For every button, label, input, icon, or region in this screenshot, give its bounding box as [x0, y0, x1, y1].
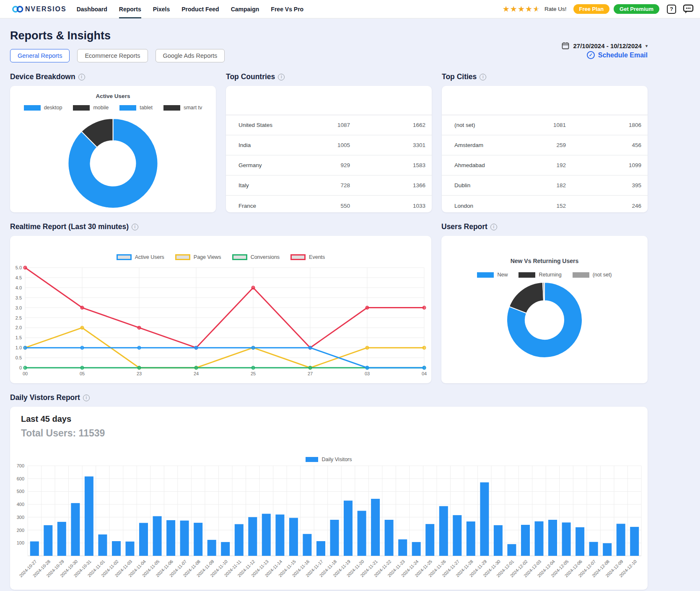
top-cities-heading: Top Cities	[442, 72, 648, 81]
rate-us-label[interactable]: Rate Us!	[544, 6, 567, 12]
svg-text:400: 400	[17, 502, 24, 507]
top-countries-card: United States 1087 1662 India 1005 3301 …	[226, 86, 432, 212]
row-value-2: 1099	[566, 162, 641, 168]
svg-text:24: 24	[194, 371, 199, 376]
top-cities-table: (not set) 1081 1806 Amsterdam 259 456 Ah…	[442, 115, 648, 216]
svg-text:500: 500	[17, 489, 24, 494]
get-premium-button[interactable]: Get Premium	[614, 4, 659, 14]
row-value-1: 550	[291, 203, 350, 209]
info-icon[interactable]	[278, 74, 285, 80]
info-icon[interactable]	[78, 74, 85, 80]
row-value-2: 395	[566, 182, 641, 188]
info-icon[interactable]	[132, 224, 138, 230]
row-label: (not set)	[454, 122, 507, 128]
row-label: United States	[239, 122, 291, 128]
help-icon[interactable]	[667, 5, 676, 14]
device-breakdown-section: Device Breakdown Active Users desktop mo…	[10, 72, 216, 212]
svg-text:4.5: 4.5	[16, 275, 22, 280]
row-value-2: 1583	[350, 162, 425, 168]
date-range-picker[interactable]: 27/10/2024 - 10/12/2024 ▾	[562, 42, 648, 49]
svg-text:23: 23	[137, 371, 142, 376]
info-icon[interactable]	[480, 74, 486, 80]
device-breakdown-heading: Device Breakdown	[10, 72, 216, 81]
check-circle-icon	[587, 51, 595, 59]
table-row: Amsterdam 259 456	[442, 135, 648, 155]
realtime-card: Active Users Page Views Conversions Even…	[10, 236, 431, 383]
row-value-2: 3301	[350, 142, 425, 148]
realtime-section: Realtime Report (Last 30 minutes) Active…	[10, 222, 431, 383]
info-icon[interactable]	[83, 395, 90, 401]
report-tabs: General Reports Ecommerce Reports Google…	[10, 49, 690, 62]
table-row: France 550 1033	[226, 196, 432, 216]
svg-text:04: 04	[422, 371, 427, 376]
nav-item-product-feed[interactable]: Product Feed	[181, 0, 219, 18]
realtime-line-chart: 00.51.01.52.02.53.03.54.04.55.0000523242…	[10, 236, 431, 385]
nav-item-campaign[interactable]: Campaign	[231, 0, 259, 18]
top-nav: NVERSIOS Dashboard Reports Pixels Produc…	[0, 0, 700, 18]
nav-item-dashboard[interactable]: Dashboard	[77, 0, 107, 18]
tab-ecommerce-reports[interactable]: Ecommerce Reports	[77, 49, 148, 62]
table-row: Germany 929 1583	[226, 155, 432, 175]
top-cities-section: Top Cities (not set) 1081 1806 Amsterdam…	[442, 72, 648, 212]
svg-text:1.5: 1.5	[16, 335, 22, 340]
row-value-1: 182	[507, 182, 566, 188]
svg-text:1.0: 1.0	[16, 345, 22, 350]
schedule-email-button[interactable]: Schedule Email	[587, 51, 648, 59]
table-header-blank	[442, 86, 648, 115]
users-report-title: Users Report	[441, 222, 487, 231]
table-row: United States 1087 1662	[226, 115, 432, 135]
row-value-1: 1087	[291, 122, 350, 128]
rating-stars-icon[interactable]	[503, 4, 540, 14]
svg-text:3.5: 3.5	[16, 295, 22, 300]
row-value-1: 152	[507, 203, 566, 209]
device-donut-chart	[10, 86, 216, 214]
row-value-2: 246	[566, 203, 641, 209]
tab-google-ads-reports[interactable]: Google Ads Reports	[156, 49, 225, 62]
table-row: Dublin 182 395	[442, 175, 648, 196]
users-report-section: Users Report New Vs Returning Users New …	[441, 222, 648, 383]
svg-text:600: 600	[17, 476, 24, 481]
row-value-1: 1081	[507, 122, 566, 128]
daily-visitors-card: Last 45 days Total Users: 11539 Daily Vi…	[10, 407, 648, 590]
page-title: Reports & Insights	[10, 29, 690, 42]
logo-text: NVERSIOS	[25, 5, 67, 13]
row-value-2: 1033	[350, 203, 425, 209]
realtime-title: Realtime Report (Last 30 minutes)	[10, 222, 129, 231]
nav-right: Rate Us! Free Plan Get Premium	[503, 4, 694, 14]
tab-general-reports[interactable]: General Reports	[10, 49, 70, 62]
row-value-2: 1662	[350, 122, 425, 128]
chat-icon[interactable]	[683, 4, 694, 14]
nav-item-reports[interactable]: Reports	[119, 0, 141, 18]
svg-text:100: 100	[17, 540, 24, 545]
nav-items: Dashboard Reports Pixels Product Feed Ca…	[77, 0, 304, 18]
free-plan-badge[interactable]: Free Plan	[573, 4, 610, 14]
svg-text:05: 05	[80, 371, 85, 376]
nav-item-pixels[interactable]: Pixels	[153, 0, 170, 18]
row-label: Dublin	[454, 182, 507, 188]
svg-text:4.0: 4.0	[16, 285, 22, 290]
top-countries-section: Top Countries United States 1087 1662 In…	[226, 72, 432, 212]
device-breakdown-card: Active Users desktop mobile tablet smart…	[10, 86, 216, 212]
svg-text:2.0: 2.0	[16, 325, 22, 330]
conversios-logo[interactable]: NVERSIOS	[12, 5, 67, 13]
logo-infinity-icon	[12, 5, 24, 13]
row-label: France	[239, 203, 291, 209]
top-cities-card: (not set) 1081 1806 Amsterdam 259 456 Ah…	[442, 86, 648, 212]
row-value-1: 259	[507, 142, 566, 148]
info-icon[interactable]	[490, 224, 497, 230]
row-value-2: 456	[566, 142, 641, 148]
schedule-email-label: Schedule Email	[598, 52, 648, 59]
row-label: Italy	[239, 182, 291, 188]
svg-text:25: 25	[251, 371, 256, 376]
nav-item-free-vs-pro[interactable]: Free Vs Pro	[271, 0, 303, 18]
svg-text:3.0: 3.0	[16, 305, 22, 310]
row-value-1: 929	[291, 162, 350, 168]
table-header-blank	[226, 86, 432, 115]
users-donut-chart	[441, 236, 648, 385]
date-range-value: 27/10/2024 - 10/12/2024	[573, 42, 641, 49]
row-value-2: 1366	[350, 182, 425, 188]
row-label: London	[454, 203, 507, 209]
row-label: Germany	[239, 162, 291, 168]
svg-text:0: 0	[19, 365, 22, 370]
svg-text:200: 200	[17, 528, 24, 533]
